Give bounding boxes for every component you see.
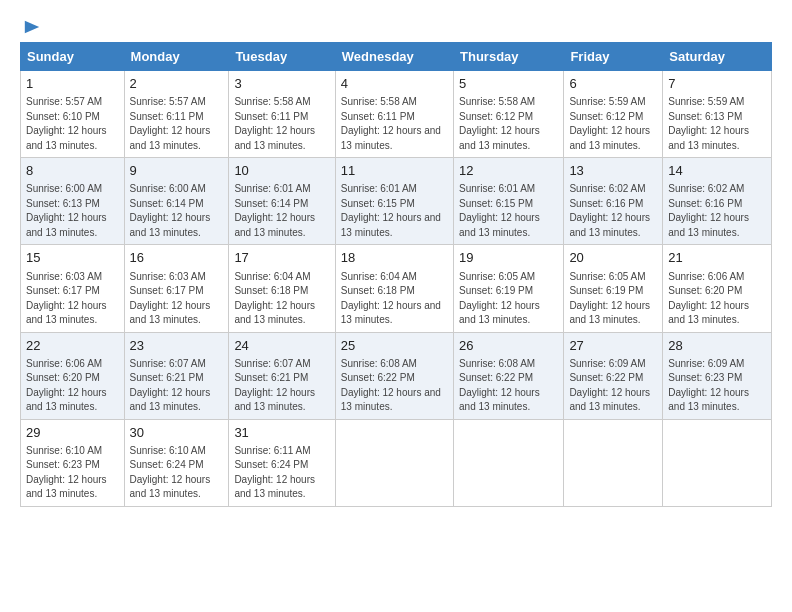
calendar-cell: 29Sunrise: 6:10 AMSunset: 6:23 PMDayligh…: [21, 419, 125, 506]
col-header-sunday: Sunday: [21, 43, 125, 71]
day-info: Sunrise: 6:06 AMSunset: 6:20 PMDaylight:…: [668, 271, 749, 326]
day-info: Sunrise: 6:06 AMSunset: 6:20 PMDaylight:…: [26, 358, 107, 413]
logo: [20, 18, 41, 32]
calendar-cell: [335, 419, 453, 506]
day-info: Sunrise: 5:58 AMSunset: 6:11 PMDaylight:…: [234, 96, 315, 151]
day-number: 22: [26, 337, 119, 355]
day-number: 2: [130, 75, 224, 93]
calendar-cell: 26Sunrise: 6:08 AMSunset: 6:22 PMDayligh…: [454, 332, 564, 419]
calendar-cell: 9Sunrise: 6:00 AMSunset: 6:14 PMDaylight…: [124, 158, 229, 245]
day-info: Sunrise: 6:07 AMSunset: 6:21 PMDaylight:…: [130, 358, 211, 413]
col-header-wednesday: Wednesday: [335, 43, 453, 71]
calendar-cell: 24Sunrise: 6:07 AMSunset: 6:21 PMDayligh…: [229, 332, 335, 419]
day-number: 5: [459, 75, 558, 93]
calendar-cell: 13Sunrise: 6:02 AMSunset: 6:16 PMDayligh…: [564, 158, 663, 245]
day-number: 30: [130, 424, 224, 442]
day-number: 25: [341, 337, 448, 355]
calendar-cell: 20Sunrise: 6:05 AMSunset: 6:19 PMDayligh…: [564, 245, 663, 332]
calendar-cell: [663, 419, 772, 506]
calendar-cell: 8Sunrise: 6:00 AMSunset: 6:13 PMDaylight…: [21, 158, 125, 245]
day-info: Sunrise: 6:09 AMSunset: 6:22 PMDaylight:…: [569, 358, 650, 413]
col-header-friday: Friday: [564, 43, 663, 71]
calendar-row-5: 29Sunrise: 6:10 AMSunset: 6:23 PMDayligh…: [21, 419, 772, 506]
calendar-cell: 31Sunrise: 6:11 AMSunset: 6:24 PMDayligh…: [229, 419, 335, 506]
day-number: 14: [668, 162, 766, 180]
day-info: Sunrise: 6:02 AMSunset: 6:16 PMDaylight:…: [569, 183, 650, 238]
day-info: Sunrise: 6:00 AMSunset: 6:13 PMDaylight:…: [26, 183, 107, 238]
calendar-cell: 18Sunrise: 6:04 AMSunset: 6:18 PMDayligh…: [335, 245, 453, 332]
day-number: 8: [26, 162, 119, 180]
day-number: 4: [341, 75, 448, 93]
calendar-cell: 11Sunrise: 6:01 AMSunset: 6:15 PMDayligh…: [335, 158, 453, 245]
calendar-cell: 28Sunrise: 6:09 AMSunset: 6:23 PMDayligh…: [663, 332, 772, 419]
page: SundayMondayTuesdayWednesdayThursdayFrid…: [0, 0, 792, 612]
day-info: Sunrise: 6:11 AMSunset: 6:24 PMDaylight:…: [234, 445, 315, 500]
day-number: 12: [459, 162, 558, 180]
day-info: Sunrise: 6:01 AMSunset: 6:15 PMDaylight:…: [459, 183, 540, 238]
calendar-cell: 5Sunrise: 5:58 AMSunset: 6:12 PMDaylight…: [454, 71, 564, 158]
calendar-cell: 10Sunrise: 6:01 AMSunset: 6:14 PMDayligh…: [229, 158, 335, 245]
day-info: Sunrise: 6:10 AMSunset: 6:23 PMDaylight:…: [26, 445, 107, 500]
day-info: Sunrise: 6:10 AMSunset: 6:24 PMDaylight:…: [130, 445, 211, 500]
day-info: Sunrise: 6:03 AMSunset: 6:17 PMDaylight:…: [130, 271, 211, 326]
day-info: Sunrise: 6:01 AMSunset: 6:14 PMDaylight:…: [234, 183, 315, 238]
day-number: 18: [341, 249, 448, 267]
calendar-cell: [454, 419, 564, 506]
calendar-row-2: 8Sunrise: 6:00 AMSunset: 6:13 PMDaylight…: [21, 158, 772, 245]
day-info: Sunrise: 6:09 AMSunset: 6:23 PMDaylight:…: [668, 358, 749, 413]
day-number: 16: [130, 249, 224, 267]
calendar-row-1: 1Sunrise: 5:57 AMSunset: 6:10 PMDaylight…: [21, 71, 772, 158]
day-number: 24: [234, 337, 329, 355]
day-info: Sunrise: 5:59 AMSunset: 6:12 PMDaylight:…: [569, 96, 650, 151]
day-number: 11: [341, 162, 448, 180]
day-number: 31: [234, 424, 329, 442]
day-info: Sunrise: 5:57 AMSunset: 6:10 PMDaylight:…: [26, 96, 107, 151]
day-info: Sunrise: 6:01 AMSunset: 6:15 PMDaylight:…: [341, 183, 441, 238]
col-header-monday: Monday: [124, 43, 229, 71]
day-number: 29: [26, 424, 119, 442]
day-info: Sunrise: 6:08 AMSunset: 6:22 PMDaylight:…: [341, 358, 441, 413]
col-header-saturday: Saturday: [663, 43, 772, 71]
day-number: 9: [130, 162, 224, 180]
day-info: Sunrise: 6:00 AMSunset: 6:14 PMDaylight:…: [130, 183, 211, 238]
calendar-cell: 22Sunrise: 6:06 AMSunset: 6:20 PMDayligh…: [21, 332, 125, 419]
calendar-cell: 16Sunrise: 6:03 AMSunset: 6:17 PMDayligh…: [124, 245, 229, 332]
svg-marker-0: [25, 21, 39, 34]
calendar-cell: 7Sunrise: 5:59 AMSunset: 6:13 PMDaylight…: [663, 71, 772, 158]
calendar-cell: [564, 419, 663, 506]
day-info: Sunrise: 6:02 AMSunset: 6:16 PMDaylight:…: [668, 183, 749, 238]
logo-flag-icon: [23, 18, 41, 36]
day-number: 20: [569, 249, 657, 267]
day-number: 10: [234, 162, 329, 180]
day-number: 17: [234, 249, 329, 267]
day-number: 28: [668, 337, 766, 355]
col-header-thursday: Thursday: [454, 43, 564, 71]
day-number: 26: [459, 337, 558, 355]
day-info: Sunrise: 6:08 AMSunset: 6:22 PMDaylight:…: [459, 358, 540, 413]
calendar-cell: 1Sunrise: 5:57 AMSunset: 6:10 PMDaylight…: [21, 71, 125, 158]
header: [20, 18, 772, 32]
day-number: 19: [459, 249, 558, 267]
day-info: Sunrise: 5:57 AMSunset: 6:11 PMDaylight:…: [130, 96, 211, 151]
day-number: 13: [569, 162, 657, 180]
calendar-cell: 25Sunrise: 6:08 AMSunset: 6:22 PMDayligh…: [335, 332, 453, 419]
day-info: Sunrise: 6:05 AMSunset: 6:19 PMDaylight:…: [569, 271, 650, 326]
day-number: 23: [130, 337, 224, 355]
day-number: 6: [569, 75, 657, 93]
calendar-cell: 23Sunrise: 6:07 AMSunset: 6:21 PMDayligh…: [124, 332, 229, 419]
calendar-cell: 21Sunrise: 6:06 AMSunset: 6:20 PMDayligh…: [663, 245, 772, 332]
day-info: Sunrise: 6:04 AMSunset: 6:18 PMDaylight:…: [234, 271, 315, 326]
day-number: 27: [569, 337, 657, 355]
calendar-cell: 17Sunrise: 6:04 AMSunset: 6:18 PMDayligh…: [229, 245, 335, 332]
day-number: 15: [26, 249, 119, 267]
day-info: Sunrise: 5:59 AMSunset: 6:13 PMDaylight:…: [668, 96, 749, 151]
day-info: Sunrise: 6:05 AMSunset: 6:19 PMDaylight:…: [459, 271, 540, 326]
day-info: Sunrise: 5:58 AMSunset: 6:11 PMDaylight:…: [341, 96, 441, 151]
day-info: Sunrise: 5:58 AMSunset: 6:12 PMDaylight:…: [459, 96, 540, 151]
day-info: Sunrise: 6:03 AMSunset: 6:17 PMDaylight:…: [26, 271, 107, 326]
header-row: SundayMondayTuesdayWednesdayThursdayFrid…: [21, 43, 772, 71]
calendar-table: SundayMondayTuesdayWednesdayThursdayFrid…: [20, 42, 772, 507]
calendar-cell: 15Sunrise: 6:03 AMSunset: 6:17 PMDayligh…: [21, 245, 125, 332]
day-number: 7: [668, 75, 766, 93]
calendar-row-3: 15Sunrise: 6:03 AMSunset: 6:17 PMDayligh…: [21, 245, 772, 332]
